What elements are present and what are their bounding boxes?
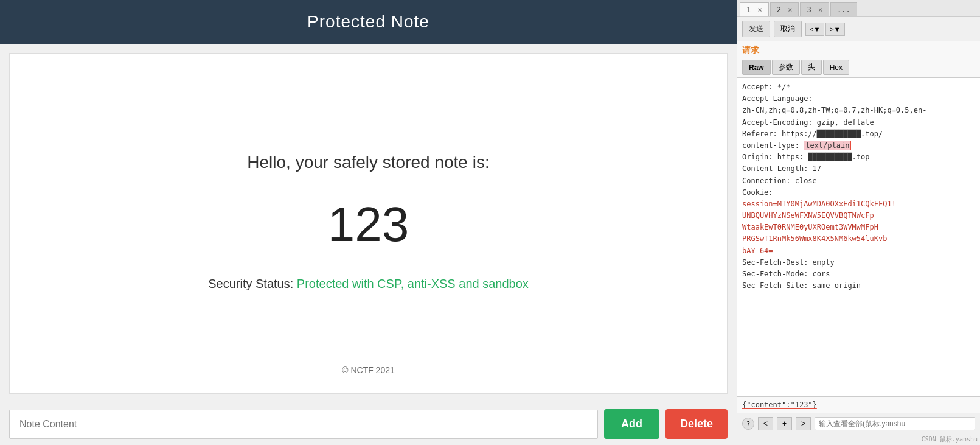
devtools-toolbar: 发送 取消 <▼ >▼ — [737, 17, 980, 41]
header-content-type: content-type: text/plain — [742, 140, 975, 152]
req-tab-headers[interactable]: 头 — [801, 60, 822, 75]
app-title: Protected Note — [307, 12, 429, 31]
header-accept-encoding: Accept-Encoding: gzip, deflate — [742, 117, 975, 128]
note-input[interactable] — [9, 410, 598, 439]
copyright: © NCTF 2021 — [342, 365, 395, 375]
request-tabs: Raw 参数 头 Hex — [737, 57, 980, 78]
request-content: Accept: */* Accept-Language: zh-CN,zh;q=… — [737, 78, 980, 396]
cookie-value-1: session=MTY0MjAwMDA0OXxEdi1CQkFFQ1! — [742, 198, 975, 210]
add-button[interactable]: Add — [604, 409, 659, 439]
json-body: {"content":"123"} — [742, 401, 975, 409]
section-label: 请求 — [737, 41, 980, 57]
devtools-tab-1[interactable]: 1 × — [740, 2, 769, 16]
tab-1-label: 1 — [746, 5, 751, 14]
next-button[interactable]: >▼ — [825, 23, 844, 36]
cookie-value-2: UNBQUVHYzNSeWFXNW5EQVVBQTNWcFp — [742, 210, 975, 222]
header-sec-fetch-mode: Sec-Fetch-Mode: cors — [742, 268, 975, 280]
header-accept-language: Accept-Language: — [742, 93, 975, 105]
cancel-button[interactable]: 取消 — [774, 21, 802, 37]
devtools-tab-dots[interactable]: ... — [830, 2, 857, 16]
greeting-text: Hello, your safely stored note is: — [247, 153, 489, 172]
header-cookie: Cookie: — [742, 187, 975, 198]
cookie-value-4: PRGSwT1RnMk56Wmx8K4X5NM6kw54luKvb — [742, 233, 975, 245]
bottom-add-button[interactable]: + — [777, 417, 792, 430]
security-label: Security Status: — [208, 277, 297, 290]
prev-button[interactable]: <▼ — [805, 23, 824, 36]
json-bar: {"content":"123"} — [737, 396, 980, 413]
header-referer: Referer: https://██████████.top/ — [742, 128, 975, 140]
tab-dots-label: ... — [837, 5, 850, 14]
send-button[interactable]: 发送 — [742, 21, 770, 37]
json-body-text: {"content":"123"} — [742, 401, 817, 409]
security-value: Protected with CSP, anti-XSS and sandbox — [297, 277, 529, 290]
note-value: 123 — [328, 197, 409, 253]
content-type-highlight: text/plain — [804, 141, 851, 150]
header-sec-fetch-dest: Sec-Fetch-Dest: empty — [742, 257, 975, 268]
watermark: CSDN 鼠标.yanshu — [737, 434, 980, 445]
tab-2-label: 2 — [777, 5, 781, 14]
bottom-next-button[interactable]: > — [796, 417, 811, 430]
prev-dropdown-icon: ▼ — [813, 26, 820, 33]
bottom-search-input[interactable] — [815, 417, 975, 430]
toolbar-nav: <▼ >▼ — [805, 23, 845, 36]
tab-3-close[interactable]: × — [818, 5, 822, 14]
devtools-tab-3[interactable]: 3 × — [800, 2, 829, 16]
header-origin: Origin: https: ██████████.top — [742, 152, 975, 163]
tab-1-close[interactable]: × — [757, 5, 762, 14]
devtools-bottom: ? < + > — [737, 413, 980, 434]
main-panel: Protected Note Hello, your safely stored… — [0, 0, 737, 445]
header-sec-fetch-site: Sec-Fetch-Site: same-origin — [742, 280, 975, 292]
bottom-prev-button[interactable]: < — [758, 417, 773, 430]
bottom-bar: Add Delete — [0, 403, 737, 445]
tab-3-label: 3 — [807, 5, 811, 14]
req-tab-params[interactable]: 参数 — [772, 60, 800, 75]
delete-button[interactable]: Delete — [665, 409, 728, 439]
header-connection: Connection: close — [742, 175, 975, 187]
content-top: Hello, your safely stored note is: 123 S… — [208, 90, 529, 353]
header-content-length: Content-Length: 17 — [742, 163, 975, 175]
cookie-value-3: WtaakEwT0RNME0yUXROemt3WVMwMFpH — [742, 222, 975, 233]
devtools-tabs-top: 1 × 2 × 3 × ... — [737, 0, 980, 17]
cookie-value-5: bAY-64= — [742, 245, 975, 257]
header-accept-language-value: zh-CN,zh;q=0.8,zh-TW;q=0.7,zh-HK;q=0.5,e… — [742, 105, 975, 116]
app-content: Hello, your safely stored note is: 123 S… — [9, 53, 728, 394]
app-header: Protected Note — [0, 0, 737, 44]
help-button[interactable]: ? — [742, 418, 754, 430]
devtools-panel: 1 × 2 × 3 × ... 发送 取消 <▼ >▼ 请求 Raw 参数 — [737, 0, 980, 445]
tab-2-close[interactable]: × — [788, 5, 792, 14]
header-accept: Accept: */* — [742, 82, 975, 93]
req-tab-raw[interactable]: Raw — [742, 60, 771, 75]
next-dropdown-icon: ▼ — [834, 26, 841, 33]
security-status: Security Status: Protected with CSP, ant… — [208, 277, 529, 291]
req-tab-hex[interactable]: Hex — [823, 60, 849, 75]
devtools-tab-2[interactable]: 2 × — [770, 2, 799, 16]
